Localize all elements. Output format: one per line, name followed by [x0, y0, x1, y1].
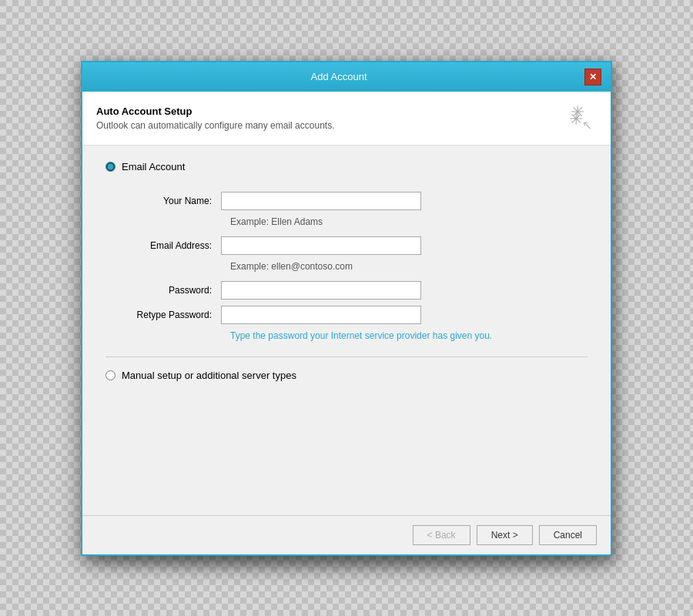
- manual-setup-radio[interactable]: [105, 370, 116, 380]
- header-icon-area: ✳ ↖: [566, 102, 597, 133]
- password-label: Password:: [121, 285, 221, 296]
- your-name-input[interactable]: [221, 192, 421, 210]
- email-address-row: Email Address:: [121, 236, 588, 255]
- your-name-hint: Example: Ellen Adams: [230, 216, 588, 227]
- email-account-label[interactable]: Email Account: [122, 161, 185, 172]
- dialog-title: Add Account: [109, 71, 584, 82]
- cancel-button[interactable]: Cancel: [539, 525, 597, 545]
- form-section: Your Name: Example: Ellen Adams Email Ad…: [121, 192, 588, 341]
- retype-password-input[interactable]: [221, 306, 421, 324]
- password-hint: Type the password your Internet service …: [230, 330, 588, 341]
- header-text: Auto Account Setup Outlook can automatic…: [96, 105, 558, 131]
- email-address-label: Email Address:: [121, 240, 221, 251]
- content-area: Email Account Your Name: Example: Ellen …: [82, 146, 611, 515]
- manual-setup-section: Manual setup or additional server types: [105, 357, 588, 381]
- your-name-row: Your Name:: [121, 192, 588, 210]
- password-row: Password:: [121, 281, 588, 300]
- retype-password-row: Retype Password:: [121, 306, 588, 324]
- add-account-dialog: Add Account ✕ Auto Account Setup Outlook…: [81, 61, 612, 556]
- next-button[interactable]: Next >: [477, 525, 533, 545]
- header-title: Auto Account Setup: [96, 105, 558, 117]
- email-account-option[interactable]: Email Account: [105, 161, 588, 172]
- outlook-icon: ✳ ↖: [569, 105, 594, 130]
- header-subtitle: Outlook can automatically configure many…: [96, 120, 558, 131]
- close-button[interactable]: ✕: [584, 69, 601, 85]
- header-section: Auto Account Setup Outlook can automatic…: [82, 92, 611, 146]
- retype-password-label: Retype Password:: [121, 310, 221, 320]
- title-bar: Add Account ✕: [82, 62, 611, 92]
- email-account-radio[interactable]: [105, 162, 116, 172]
- back-button[interactable]: < Back: [413, 525, 470, 545]
- email-address-hint: Example: ellen@contoso.com: [230, 261, 588, 272]
- password-input[interactable]: [221, 281, 421, 300]
- footer: < Back Next > Cancel: [82, 515, 611, 554]
- manual-setup-option[interactable]: Manual setup or additional server types: [105, 370, 588, 381]
- your-name-label: Your Name:: [121, 196, 221, 206]
- email-address-input[interactable]: [221, 236, 421, 255]
- manual-setup-label[interactable]: Manual setup or additional server types: [122, 370, 296, 381]
